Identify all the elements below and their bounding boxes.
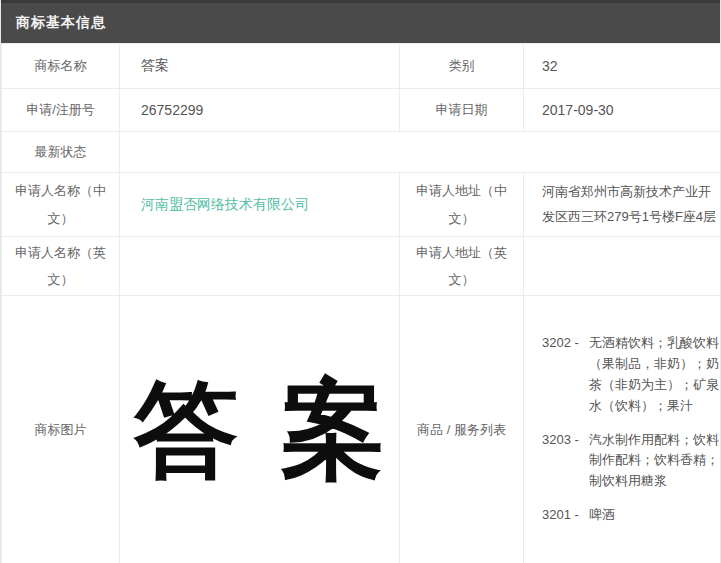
- table-row: 商标名称 答案 类别 32: [2, 44, 721, 89]
- goods-item-desc: 啤酒: [589, 505, 721, 526]
- value-app-number: 26752299: [120, 89, 400, 132]
- label-applicant-addr-cn: 申请人地址（中文）: [400, 173, 524, 237]
- goods-item: 3203 - 汽水制作用配料；饮料制作配料；饮料香精；制饮料用糖浆: [542, 430, 721, 492]
- goods-item: 3202 - 无酒精饮料；乳酸饮料（果制品，非奶）；奶茶（非奶为主）；矿泉水（饮…: [542, 333, 721, 416]
- value-category: 32: [524, 44, 721, 89]
- label-goods-services: 商品 / 服务列表: [400, 296, 524, 563]
- label-applicant-name-en: 申请人名称（英文）: [2, 237, 120, 296]
- goods-item-code: 3201 -: [542, 505, 589, 526]
- label-trademark-image: 商标图片: [2, 296, 120, 563]
- label-category: 类别: [400, 44, 524, 89]
- label-applicant-addr-en: 申请人地址（英文）: [400, 237, 524, 296]
- value-latest-status: [120, 132, 721, 173]
- table-row: 商标图片 答案 商品 / 服务列表 3202 - 无酒精饮料；乳酸饮料（果制品，…: [2, 296, 721, 563]
- section-title: 商标基本信息: [16, 14, 106, 32]
- label-latest-status: 最新状态: [2, 132, 120, 173]
- goods-item-code: 3202 -: [542, 333, 589, 416]
- value-app-date: 2017-09-30: [524, 89, 721, 132]
- value-applicant-name-cn: 河南盟否网络技术有限公司: [120, 173, 400, 237]
- trademark-info-panel: 商标基本信息 商标名称 答案 类别 32 申请/注册号 26752299 申请日…: [0, 0, 721, 563]
- value-applicant-addr-cn: 河南省郑州市高新技术产业开发区西三环279号1号楼F座4层: [524, 173, 721, 237]
- applicant-company-link[interactable]: 河南盟否网络技术有限公司: [141, 196, 309, 212]
- goods-item-code: 3203 -: [542, 430, 589, 492]
- trademark-info-table: 商标名称 答案 类别 32 申请/注册号 26752299 申请日期 2017-…: [1, 43, 721, 563]
- value-trademark-name: 答案: [120, 44, 400, 89]
- goods-item-desc: 无酒精饮料；乳酸饮料（果制品，非奶）；奶茶（非奶为主）；矿泉水（饮料）；果汁: [589, 333, 721, 416]
- trademark-image-cell: 答案: [120, 296, 400, 563]
- goods-item-desc: 汽水制作用配料；饮料制作配料；饮料香精；制饮料用糖浆: [589, 430, 721, 492]
- value-applicant-addr-en: [524, 237, 721, 296]
- trademark-image-text: 答案: [134, 377, 428, 482]
- table-row: 申请人名称（英文） 申请人地址（英文）: [2, 237, 721, 296]
- trademark-image: 答案: [120, 377, 399, 482]
- label-applicant-name-cn: 申请人名称（中文）: [2, 173, 120, 237]
- value-applicant-name-en: [120, 237, 400, 296]
- table-row: 申请人名称（中文） 河南盟否网络技术有限公司 申请人地址（中文） 河南省郑州市高…: [2, 173, 721, 237]
- label-app-date: 申请日期: [400, 89, 524, 132]
- label-app-number: 申请/注册号: [2, 89, 120, 132]
- table-row: 申请/注册号 26752299 申请日期 2017-09-30: [2, 89, 721, 132]
- goods-item: 3201 - 啤酒: [542, 505, 721, 526]
- goods-services-list: 3202 - 无酒精饮料；乳酸饮料（果制品，非奶）；奶茶（非奶为主）；矿泉水（饮…: [524, 296, 721, 563]
- table-row: 最新状态: [2, 132, 721, 173]
- section-header: 商标基本信息: [1, 0, 720, 43]
- label-trademark-name: 商标名称: [2, 44, 120, 89]
